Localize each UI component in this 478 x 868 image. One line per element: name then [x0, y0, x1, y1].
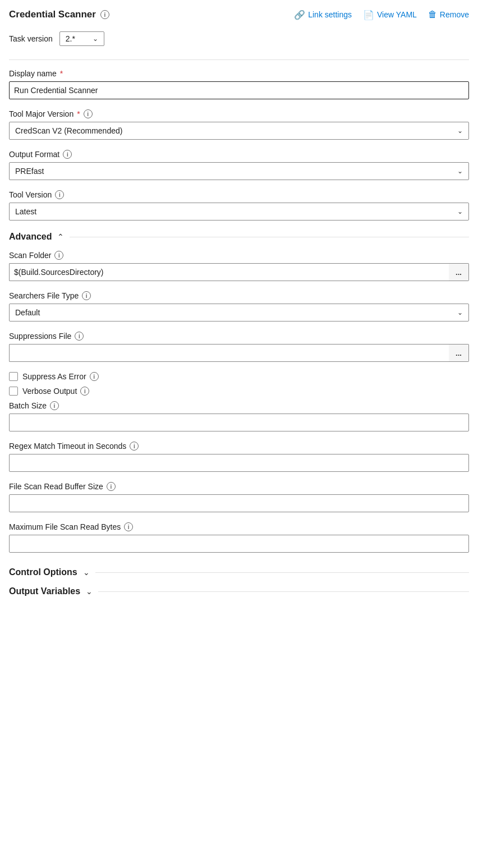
- tool-major-version-required: *: [77, 109, 80, 118]
- suppressions-file-browse-button[interactable]: ...: [449, 344, 469, 362]
- scan-folder-browse-button[interactable]: ...: [449, 263, 469, 281]
- verbose-output-label: Verbose Output: [22, 387, 77, 396]
- display-name-input[interactable]: [9, 81, 469, 99]
- output-variables-chevron-icon: ⌄: [86, 587, 93, 596]
- output-format-label: Output Format: [9, 150, 59, 159]
- control-options-chevron-icon: ⌄: [83, 568, 90, 577]
- regex-match-timeout-label-row: Regex Match Timeout in Seconds i: [9, 442, 469, 451]
- batch-size-field: Batch Size i: [9, 401, 469, 431]
- suppress-as-error-info-icon[interactable]: i: [90, 372, 99, 381]
- scan-folder-info-icon[interactable]: i: [54, 251, 63, 260]
- scan-folder-input-group: ...: [9, 263, 469, 281]
- searchers-file-type-info-icon[interactable]: i: [82, 291, 91, 300]
- suppressions-file-label: Suppressions File: [9, 332, 71, 341]
- searchers-file-type-label-row: Searchers File Type i: [9, 291, 469, 300]
- batch-size-label: Batch Size: [9, 401, 47, 410]
- tool-version-label: Tool Version: [9, 190, 52, 199]
- header-actions: 🔗 Link settings 📄 View YAML 🗑 Remove: [294, 10, 469, 20]
- suppress-as-error-checkbox[interactable]: [9, 372, 18, 381]
- verbose-output-info-icon[interactable]: i: [80, 387, 89, 396]
- file-scan-read-buffer-size-label-row: File Scan Read Buffer Size i: [9, 482, 469, 491]
- maximum-file-scan-read-bytes-input[interactable]: [9, 535, 469, 553]
- file-scan-read-buffer-size-label: File Scan Read Buffer Size: [9, 482, 103, 491]
- page-title: Credential Scanner: [9, 9, 96, 20]
- file-scan-read-buffer-size-input[interactable]: [9, 494, 469, 512]
- scan-folder-label: Scan Folder: [9, 251, 51, 260]
- advanced-chevron-icon: ⌃: [57, 232, 64, 241]
- output-format-chevron: ⌄: [457, 167, 463, 175]
- view-yaml-icon: 📄: [363, 10, 374, 20]
- tool-major-version-field: Tool Major Version * i CredScan V2 (Reco…: [9, 109, 469, 140]
- advanced-section-header[interactable]: Advanced ⌃: [9, 232, 469, 242]
- searchers-file-type-label: Searchers File Type: [9, 291, 79, 300]
- suppress-as-error-row: Suppress As Error i: [9, 372, 469, 381]
- searchers-file-type-value: Default: [15, 308, 40, 317]
- regex-match-timeout-info-icon[interactable]: i: [130, 442, 139, 451]
- searchers-file-type-chevron: ⌄: [457, 309, 463, 316]
- divider: [9, 59, 469, 60]
- output-variables-title: Output Variables: [9, 586, 80, 596]
- maximum-file-scan-read-bytes-label-row: Maximum File Scan Read Bytes i: [9, 522, 469, 531]
- suppressions-file-field: Suppressions File i ...: [9, 332, 469, 362]
- searchers-file-type-select[interactable]: Default ⌄: [9, 304, 469, 322]
- tool-version-value: Latest: [15, 207, 36, 216]
- scan-folder-field: Scan Folder i ...: [9, 251, 469, 281]
- display-name-required: *: [60, 69, 63, 78]
- header-left: Credential Scanner i: [9, 9, 109, 20]
- view-yaml-button[interactable]: 📄 View YAML: [363, 10, 417, 20]
- tool-version-info-icon[interactable]: i: [55, 190, 64, 199]
- title-info-icon[interactable]: i: [100, 10, 109, 19]
- suppressions-file-input-group: ...: [9, 344, 469, 362]
- tool-major-version-value: CredScan V2 (Recommended): [15, 126, 122, 135]
- regex-match-timeout-field: Regex Match Timeout in Seconds i: [9, 442, 469, 472]
- tool-major-version-label: Tool Major Version: [9, 109, 73, 118]
- output-format-info-icon[interactable]: i: [63, 150, 72, 159]
- task-version-chevron: ⌄: [93, 35, 98, 43]
- tool-version-select[interactable]: Latest ⌄: [9, 203, 469, 221]
- output-format-select[interactable]: PREfast ⌄: [9, 162, 469, 180]
- tool-major-version-info-icon[interactable]: i: [84, 109, 93, 118]
- task-version-label: Task version: [9, 34, 53, 43]
- tool-version-label-row: Tool Version i: [9, 190, 469, 199]
- verbose-output-checkbox[interactable]: [9, 387, 18, 396]
- verbose-output-label-row: Verbose Output i: [22, 387, 89, 396]
- link-settings-button[interactable]: 🔗 Link settings: [294, 10, 352, 20]
- remove-icon: 🗑: [428, 10, 437, 20]
- display-name-label-row: Display name *: [9, 69, 469, 78]
- tool-major-version-label-row: Tool Major Version * i: [9, 109, 469, 118]
- maximum-file-scan-read-bytes-label: Maximum File Scan Read Bytes: [9, 522, 121, 531]
- batch-size-info-icon[interactable]: i: [50, 401, 59, 410]
- remove-label: Remove: [440, 10, 469, 19]
- tool-version-field: Tool Version i Latest ⌄: [9, 190, 469, 221]
- batch-size-label-row: Batch Size i: [9, 401, 469, 410]
- output-variables-header[interactable]: Output Variables ⌄: [9, 582, 469, 601]
- task-version-select[interactable]: 2.* ⌄: [59, 31, 104, 46]
- link-settings-label: Link settings: [308, 10, 352, 19]
- task-version-row: Task version 2.* ⌄: [9, 31, 469, 46]
- suppress-as-error-label: Suppress As Error: [22, 372, 86, 381]
- output-variables-line: [98, 591, 469, 592]
- tool-version-chevron: ⌄: [457, 208, 463, 215]
- page-header: Credential Scanner i 🔗 Link settings 📄 V…: [9, 9, 469, 20]
- control-options-line: [95, 572, 469, 573]
- tool-major-version-select[interactable]: CredScan V2 (Recommended) ⌄: [9, 122, 469, 140]
- control-options-header[interactable]: Control Options ⌄: [9, 563, 469, 582]
- remove-button[interactable]: 🗑 Remove: [428, 10, 469, 20]
- searchers-file-type-field: Searchers File Type i Default ⌄: [9, 291, 469, 322]
- advanced-section-line: [70, 237, 469, 237]
- suppress-as-error-label-row: Suppress As Error i: [22, 372, 99, 381]
- view-yaml-label: View YAML: [377, 10, 417, 19]
- control-options-title: Control Options: [9, 567, 77, 577]
- file-scan-read-buffer-size-info-icon[interactable]: i: [107, 482, 116, 491]
- suppressions-file-info-icon[interactable]: i: [75, 332, 84, 341]
- scan-folder-input[interactable]: [9, 263, 449, 281]
- advanced-title: Advanced: [9, 232, 52, 242]
- display-name-field: Display name *: [9, 69, 469, 99]
- regex-match-timeout-input[interactable]: [9, 454, 469, 472]
- tool-major-version-chevron: ⌄: [457, 127, 463, 135]
- maximum-file-scan-read-bytes-info-icon[interactable]: i: [124, 522, 133, 531]
- batch-size-input[interactable]: [9, 414, 469, 431]
- regex-match-timeout-label: Regex Match Timeout in Seconds: [9, 442, 126, 451]
- suppressions-file-input[interactable]: [9, 344, 449, 362]
- display-name-label: Display name: [9, 69, 57, 78]
